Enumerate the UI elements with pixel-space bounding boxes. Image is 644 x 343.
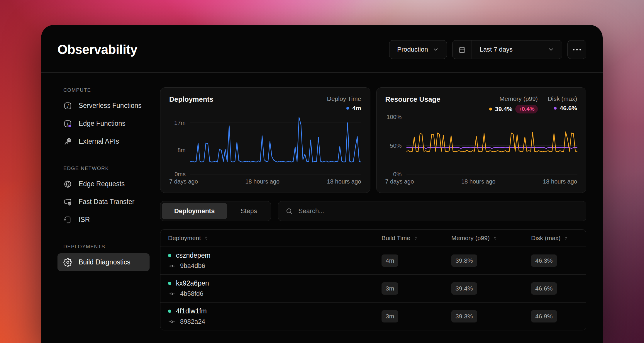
- commit-icon: [168, 290, 175, 298]
- search-box[interactable]: [278, 201, 586, 221]
- delta-badge: +0.4%: [515, 105, 538, 113]
- column-header-label: Disk (max): [531, 235, 560, 242]
- page-title: Observability: [57, 42, 137, 57]
- legend-entry: Disk (max)46.6%: [548, 95, 577, 113]
- sort-icon[interactable]: [204, 236, 209, 241]
- sidebar-item-label: ISR: [79, 216, 90, 224]
- deploy-time-chart: 17m8m0ms7 days ago18 hours ago18 hours a…: [169, 115, 361, 185]
- sidebar-item-edge-requests[interactable]: Edge Requests: [57, 175, 150, 193]
- tab-deployments[interactable]: Deployments: [162, 203, 227, 219]
- sidebar-item-label: External APIs: [79, 137, 119, 145]
- legend-value: 4m: [346, 105, 361, 112]
- ellipsis-icon: [573, 49, 581, 50]
- sidebar-section: COMPUTEƒServerless FunctionsƒEdge Functi…: [57, 87, 150, 150]
- x-tick-label: 7 days ago: [169, 178, 198, 185]
- sidebar-item-label: Build Diagnostics: [79, 258, 130, 266]
- chart-plot-area: [406, 117, 577, 174]
- sort-icon[interactable]: [563, 236, 568, 241]
- deployment-cell: kx92a6pen4b58fd6: [160, 279, 382, 298]
- memory-cell: 39.8%: [451, 254, 531, 267]
- chart-legend: Memory (p99)39.4%+0.4%Disk (max)46.6%: [489, 95, 577, 113]
- value-badge: 39.3%: [451, 310, 477, 322]
- chart-legend: Deploy Time4m: [327, 95, 361, 112]
- value-badge: 39.8%: [451, 254, 477, 267]
- sidebar-item-fast-data-transfer[interactable]: Fast Data Transfer: [57, 193, 150, 211]
- x-axis-labels: 7 days ago18 hours ago18 hours ago: [169, 178, 361, 185]
- sort-icon[interactable]: [413, 236, 418, 241]
- value-badge: 39.4%: [451, 282, 477, 295]
- y-tick-label: 100%: [387, 114, 401, 120]
- y-tick-label: 0ms: [174, 171, 186, 178]
- value-badge: 46.6%: [531, 282, 557, 295]
- chart-plot-area: [190, 115, 361, 174]
- sidebar-item-label: Edge Requests: [79, 180, 125, 188]
- main-area: Deployments Deploy Time4m 17m8m0ms7 days…: [160, 87, 586, 330]
- chevron-down-icon: [433, 46, 439, 53]
- value-badge: 46.3%: [531, 254, 557, 267]
- table-toolbar: DeploymentsSteps: [160, 201, 586, 221]
- column-header-build-time[interactable]: Build Time: [382, 235, 451, 242]
- x-tick-label: 7 days ago: [385, 178, 414, 185]
- column-header-memory-p99-[interactable]: Memory (p99): [451, 235, 531, 242]
- table-tabs: DeploymentsSteps: [160, 201, 271, 221]
- memory-cell: 39.3%: [451, 310, 531, 322]
- sidebar-item-build-diagnostics[interactable]: Build Diagnostics: [57, 253, 150, 271]
- x-axis-labels: 7 days ago18 hours ago18 hours ago: [385, 178, 577, 185]
- resource-usage-chart-card: Resource Usage Memory (p99)39.4%+0.4%Dis…: [376, 87, 587, 193]
- build-time-cell: 4m: [382, 254, 451, 267]
- search-icon: [285, 207, 293, 215]
- x-tick-label: 18 hours ago: [461, 178, 496, 185]
- sidebar-item-isr[interactable]: ISR: [57, 211, 150, 229]
- table-row[interactable]: kx92a6pen4b58fd63m39.4%46.6%: [160, 274, 586, 302]
- sidebar-section: DEPLOYMENTSBuild Diagnostics: [57, 244, 150, 271]
- y-axis-labels: 100%50%0%: [385, 117, 406, 174]
- chart-cards: Deployments Deploy Time4m 17m8m0ms7 days…: [160, 87, 586, 193]
- external-apis-icon: [63, 137, 72, 146]
- edge-functions-icon: ƒ: [63, 119, 72, 128]
- more-options-button[interactable]: [567, 40, 586, 59]
- commit-icon: [168, 262, 175, 270]
- environment-label: Production: [397, 46, 428, 53]
- commit-hash: 4b58fd6: [180, 290, 204, 298]
- x-tick-label: 18 hours ago: [327, 178, 361, 185]
- tab-steps[interactable]: Steps: [228, 203, 269, 219]
- value-badge: 4m: [382, 254, 398, 267]
- sidebar-item-edge-functions[interactable]: ƒEdge Functions: [57, 115, 150, 133]
- status-dot-icon: [168, 254, 171, 257]
- observability-window: Observability Production Last 7 days COM…: [41, 25, 603, 343]
- sidebar-section-label: COMPUTE: [57, 87, 150, 93]
- sidebar-item-external-apis[interactable]: External APIs: [57, 133, 150, 150]
- x-tick-label: 18 hours ago: [245, 178, 279, 185]
- date-range-control[interactable]: Last 7 days: [452, 40, 562, 59]
- legend-value: 46.6%: [554, 105, 577, 112]
- date-range-dropdown[interactable]: Last 7 days: [472, 40, 562, 59]
- table-row[interactable]: 4f1dlw1fm8982a243m39.3%46.9%: [160, 302, 586, 330]
- deployment-name: cszndepem: [176, 252, 211, 259]
- legend-label: Deploy Time: [327, 95, 361, 102]
- column-header-deployment[interactable]: Deployment: [160, 235, 382, 242]
- status-dot-icon: [168, 310, 171, 313]
- legend-dot-icon: [489, 108, 492, 111]
- search-input[interactable]: [298, 207, 579, 215]
- y-tick-label: 0%: [393, 171, 402, 178]
- table-header-row: DeploymentBuild TimeMemory (p99)Disk (ma…: [160, 230, 586, 247]
- x-tick-label: 18 hours ago: [543, 178, 577, 185]
- sidebar-item-serverless-functions[interactable]: ƒServerless Functions: [57, 97, 150, 115]
- deployment-name: kx92a6pen: [176, 279, 209, 287]
- calendar-icon[interactable]: [453, 40, 472, 59]
- chevron-down-icon: [548, 46, 554, 53]
- column-header-disk-max-[interactable]: Disk (max): [531, 235, 586, 242]
- deployment-name: 4f1dlw1fm: [176, 307, 207, 315]
- table-row[interactable]: cszndepem9ba4db64m39.8%46.3%: [160, 247, 586, 274]
- environment-dropdown[interactable]: Production: [389, 40, 447, 59]
- disk-cell: 46.9%: [531, 310, 586, 322]
- legend-label: Memory (p99): [499, 95, 538, 102]
- build-time-cell: 3m: [382, 310, 451, 322]
- column-header-label: Build Time: [382, 235, 410, 242]
- sort-icon[interactable]: [493, 236, 498, 241]
- value-badge: 46.9%: [531, 310, 557, 322]
- gear-icon: [63, 258, 72, 267]
- legend-entry: Memory (p99)39.4%+0.4%: [489, 95, 538, 113]
- value-badge: 3m: [382, 310, 398, 322]
- sidebar-section-label: DEPLOYMENTS: [57, 244, 150, 250]
